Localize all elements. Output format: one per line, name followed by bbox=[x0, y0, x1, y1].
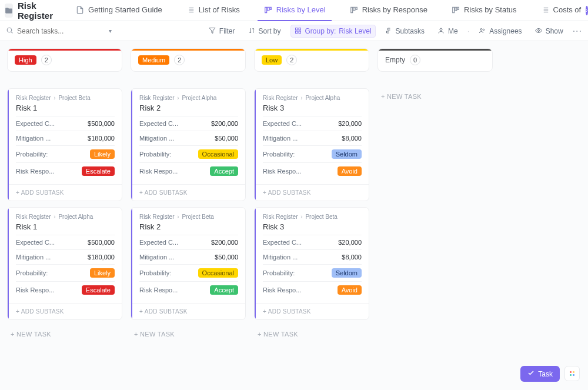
add-subtask-button[interactable]: + ADD SUBTASK bbox=[131, 184, 245, 201]
field-expected-cost: Expected C... $200,000 bbox=[139, 235, 238, 249]
bc-parent: Risk Register bbox=[139, 214, 174, 220]
list-icon bbox=[186, 5, 195, 15]
card-accent bbox=[131, 208, 132, 319]
more-tabs-button[interactable]: › bbox=[586, 6, 587, 15]
field-probability: Probability: Likely bbox=[16, 145, 115, 162]
new-task-button[interactable]: + NEW TASK bbox=[254, 326, 369, 342]
card-accent bbox=[8, 208, 9, 319]
field-risk-response: Risk Respo... Escalate bbox=[16, 162, 115, 179]
new-task-fab[interactable]: Task bbox=[520, 366, 560, 382]
field-label: Risk Respo... bbox=[139, 168, 178, 175]
field-label: Probability: bbox=[263, 269, 295, 276]
sort-icon bbox=[248, 27, 256, 35]
field-value: $8,000 bbox=[342, 135, 362, 142]
field-value: $50,000 bbox=[215, 254, 238, 261]
bc-parent: Risk Register bbox=[16, 95, 51, 101]
field-value: $50,000 bbox=[215, 135, 238, 142]
probability-tag: Likely bbox=[90, 149, 115, 159]
breadcrumb[interactable]: Risk Register › Project Beta bbox=[139, 214, 238, 220]
subtasks-button[interactable]: Subtasks bbox=[382, 25, 428, 37]
card-accent bbox=[255, 208, 256, 319]
search-wrap[interactable]: ▾ bbox=[6, 26, 100, 36]
field-label: Risk Respo... bbox=[16, 168, 54, 175]
field-mitigation: Mitigation ... $50,000 bbox=[139, 249, 238, 264]
assignees-button[interactable]: Assignees bbox=[475, 25, 525, 37]
column-low: Low 2 Risk Register › Project Alpha Risk… bbox=[254, 48, 369, 342]
card-title: Risk 1 bbox=[16, 104, 115, 112]
field-label: Mitigation ... bbox=[263, 254, 298, 261]
new-task-button[interactable]: + NEW TASK bbox=[7, 326, 122, 342]
field-mitigation: Mitigation ... $50,000 bbox=[139, 131, 238, 145]
filter-button[interactable]: Filter bbox=[205, 25, 239, 37]
risk-card[interactable]: Risk Register › Project Beta Risk 1 Expe… bbox=[7, 88, 122, 201]
chevron-down-icon[interactable]: ▾ bbox=[109, 28, 112, 34]
field-label: Risk Respo... bbox=[263, 286, 301, 294]
tab-costs-of[interactable]: Costs of bbox=[534, 0, 584, 21]
sort-button[interactable]: Sort by bbox=[245, 25, 285, 37]
chevron-right-icon: › bbox=[54, 214, 55, 220]
field-label: Expected C... bbox=[139, 239, 178, 246]
field-risk-response: Risk Respo... Accept bbox=[139, 281, 238, 298]
risk-card[interactable]: Risk Register › Project Beta Risk 2 Expe… bbox=[131, 207, 246, 320]
breadcrumb[interactable]: Risk Register › Project Alpha bbox=[16, 214, 115, 220]
add-subtask-button[interactable]: + ADD SUBTASK bbox=[8, 184, 122, 201]
card-accent bbox=[255, 89, 256, 201]
breadcrumb[interactable]: Risk Register › Project Beta bbox=[16, 95, 115, 101]
svg-line-31 bbox=[11, 32, 12, 33]
floating-actions: Task bbox=[520, 366, 580, 382]
field-mitigation: Mitigation ... $8,000 bbox=[263, 131, 362, 145]
bc-child: Project Beta bbox=[58, 95, 90, 101]
card-title: Risk 3 bbox=[263, 222, 362, 231]
field-expected-cost: Expected C... $500,000 bbox=[16, 235, 115, 249]
breadcrumb[interactable]: Risk Register › Project Alpha bbox=[263, 95, 362, 101]
svg-rect-8 bbox=[270, 7, 271, 9]
bc-parent: Risk Register bbox=[263, 95, 298, 101]
page-title: Risk Register bbox=[18, 1, 53, 21]
svg-rect-36 bbox=[299, 31, 301, 34]
add-subtask-button[interactable]: + ADD SUBTASK bbox=[255, 303, 369, 319]
tab-risks-by-level[interactable]: Risks by Level bbox=[258, 0, 332, 21]
label: Me bbox=[448, 27, 458, 35]
new-task-button[interactable]: + NEW TASK bbox=[377, 88, 493, 105]
column-empty: Empty 0 + NEW TASK bbox=[377, 48, 493, 105]
chevron-right-icon: › bbox=[300, 95, 302, 101]
show-button[interactable]: Show bbox=[532, 25, 567, 37]
column-header[interactable]: Low 2 bbox=[254, 48, 369, 72]
group-value: Risk Level bbox=[339, 27, 371, 35]
tab-risks-by-status[interactable]: Risks by Status bbox=[445, 0, 523, 21]
add-subtask-button[interactable]: + ADD SUBTASK bbox=[8, 303, 122, 319]
column-label-chip: Medium bbox=[138, 55, 169, 65]
risk-card[interactable]: Risk Register › Project Alpha Risk 2 Exp… bbox=[131, 88, 246, 201]
svg-rect-12 bbox=[453, 7, 455, 12]
label: Assignees bbox=[489, 27, 522, 35]
column-header[interactable]: High 2 bbox=[7, 48, 122, 72]
column-header[interactable]: Medium 2 bbox=[131, 48, 246, 72]
field-label: Expected C... bbox=[263, 239, 302, 246]
card-title: Risk 2 bbox=[139, 104, 238, 112]
search-input[interactable] bbox=[17, 27, 105, 35]
breadcrumb[interactable]: Risk Register › Project Beta bbox=[263, 214, 362, 220]
breadcrumb[interactable]: Risk Register › Project Alpha bbox=[139, 95, 238, 101]
new-task-button[interactable]: + NEW TASK bbox=[131, 326, 246, 342]
field-label: Expected C... bbox=[263, 120, 302, 127]
apps-fab[interactable] bbox=[564, 366, 580, 381]
field-label: Mitigation ... bbox=[16, 254, 51, 261]
me-button[interactable]: Me bbox=[434, 25, 462, 37]
field-mitigation: Mitigation ... $180,000 bbox=[16, 131, 115, 145]
risk-card[interactable]: Risk Register › Project Alpha Risk 3 Exp… bbox=[254, 88, 369, 201]
add-subtask-button[interactable]: + ADD SUBTASK bbox=[255, 184, 369, 201]
apps-icon bbox=[570, 371, 574, 376]
group-by-button[interactable]: Group by: Risk Level bbox=[290, 25, 376, 38]
add-subtask-button[interactable]: + ADD SUBTASK bbox=[131, 303, 245, 319]
field-mitigation: Mitigation ... $8,000 bbox=[263, 249, 362, 264]
column-header[interactable]: Empty 0 bbox=[377, 48, 493, 72]
tab-risks-by-response[interactable]: Risks by Response bbox=[343, 0, 433, 21]
more-menu-button[interactable]: ··· bbox=[573, 26, 582, 36]
svg-point-38 bbox=[480, 29, 482, 31]
tab-getting-started[interactable]: Getting Started Guide bbox=[69, 0, 168, 21]
risk-card[interactable]: Risk Register › Project Beta Risk 3 Expe… bbox=[254, 207, 369, 320]
tab-list-of-risks[interactable]: List of Risks bbox=[180, 0, 246, 21]
column-count: 0 bbox=[410, 55, 420, 65]
risk-card[interactable]: Risk Register › Project Alpha Risk 1 Exp… bbox=[7, 207, 122, 320]
field-probability: Probability: Seldom bbox=[263, 145, 362, 162]
